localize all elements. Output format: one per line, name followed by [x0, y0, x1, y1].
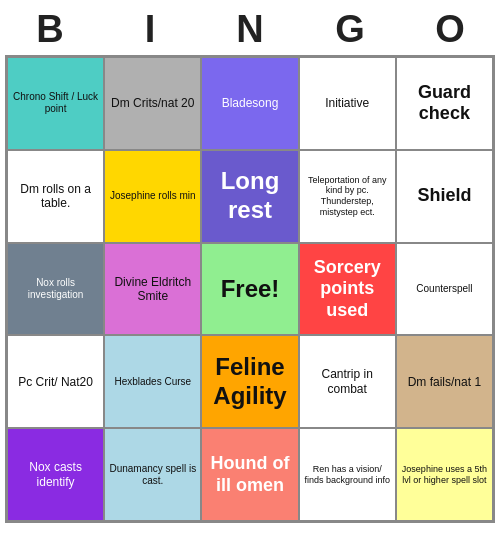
header-o: O [406, 8, 494, 51]
cell-r1-c4: Shield [396, 150, 493, 243]
cell-r4-c3: Ren has a vision/ finds background info [299, 428, 396, 521]
cell-r4-c4: Josephine uses a 5th lvl or higher spell… [396, 428, 493, 521]
cell-r1-c2: Long rest [201, 150, 298, 243]
header-n: N [206, 8, 294, 51]
cell-r3-c0: Pc Crit/ Nat20 [7, 335, 104, 428]
cell-r2-c0: Nox rolls investigation [7, 243, 104, 336]
cell-r1-c0: Dm rolls on a table. [7, 150, 104, 243]
header-g: G [306, 8, 394, 51]
cell-r3-c4: Dm fails/nat 1 [396, 335, 493, 428]
cell-r3-c3: Cantrip in combat [299, 335, 396, 428]
cell-r2-c1: Divine Eldritch Smite [104, 243, 201, 336]
cell-r2-c4: Counterspell [396, 243, 493, 336]
cell-r0-c0: Chrono Shift / Luck point [7, 57, 104, 150]
cell-r0-c2: Bladesong [201, 57, 298, 150]
cell-r2-c2: Free! [201, 243, 298, 336]
bingo-header: B I N G O [0, 0, 500, 55]
cell-r0-c3: Initiative [299, 57, 396, 150]
cell-r1-c1: Josephine rolls min [104, 150, 201, 243]
cell-r4-c1: Dunamancy spell is cast. [104, 428, 201, 521]
cell-r1-c3: Teleportation of any kind by pc. Thunder… [299, 150, 396, 243]
cell-r0-c1: Dm Crits/nat 20 [104, 57, 201, 150]
header-i: I [106, 8, 194, 51]
header-b: B [6, 8, 94, 51]
cell-r3-c2: Feline Agility [201, 335, 298, 428]
cell-r4-c2: Hound of ill omen [201, 428, 298, 521]
bingo-grid: Chrono Shift / Luck pointDm Crits/nat 20… [5, 55, 495, 523]
cell-r2-c3: Sorcery points used [299, 243, 396, 336]
cell-r3-c1: Hexblades Curse [104, 335, 201, 428]
cell-r4-c0: Nox casts identify [7, 428, 104, 521]
cell-r0-c4: Guard check [396, 57, 493, 150]
